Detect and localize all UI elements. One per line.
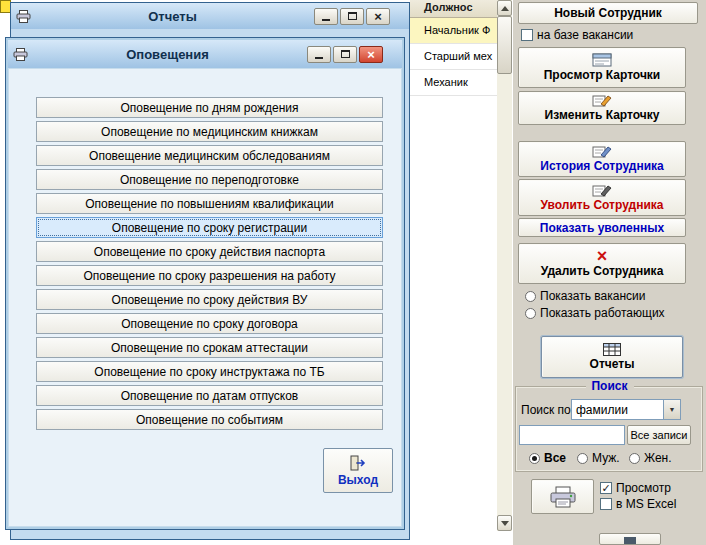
scroll-up-button[interactable] xyxy=(497,0,512,16)
alerts-window: Оповещения × Оповещение по дням рождения… xyxy=(5,37,405,530)
close-icon: × xyxy=(374,10,382,23)
close-button[interactable]: × xyxy=(366,8,390,25)
alert-item-events[interactable]: Оповещение по событиям xyxy=(36,409,383,430)
alert-item-vacations[interactable]: Оповещение по датам отпусков xyxy=(36,385,383,406)
preview-label: Просмотр xyxy=(616,481,671,495)
close-icon: × xyxy=(367,48,375,61)
print-button[interactable] xyxy=(531,479,594,514)
maximize-button[interactable] xyxy=(340,8,364,25)
exit-label: Выход xyxy=(338,473,378,487)
arrow-down-icon xyxy=(501,521,509,526)
gender-all-label: Все xyxy=(544,451,566,465)
edit-card-label: Изменить Карточку xyxy=(545,108,660,122)
history-button[interactable]: История Сотрудника xyxy=(518,141,686,177)
close-button[interactable]: × xyxy=(359,46,383,63)
radio-icon xyxy=(525,308,536,319)
maximize-icon xyxy=(341,50,350,58)
minimize-button[interactable] xyxy=(314,8,338,25)
view-card-button[interactable]: Просмотр Карточки xyxy=(518,47,686,88)
table-row[interactable]: Механик xyxy=(410,70,497,96)
table-scrollbar[interactable] xyxy=(497,0,512,531)
exit-icon xyxy=(349,455,367,471)
alert-item-driver-license[interactable]: Оповещение по сроку действия ВУ xyxy=(36,289,383,310)
app-screen: Должнос Начальник Ф Старший мех Механик … xyxy=(0,0,706,545)
minimize-button[interactable] xyxy=(307,46,331,63)
partial-icon xyxy=(624,537,636,545)
gender-female-label: Жен. xyxy=(644,451,672,465)
printer-icon xyxy=(13,48,28,61)
vacancy-base-checkbox[interactable]: на базе вакансии xyxy=(521,28,633,42)
alert-item-medical-exams[interactable]: Оповещение медицинским обследованиям xyxy=(36,145,383,166)
search-by-label: Поиск по xyxy=(521,403,571,417)
show-dismissed-label: Показать уволенных xyxy=(540,221,664,235)
show-vacancies-radio[interactable]: Показать вакансии xyxy=(525,289,645,303)
show-working-label: Показать работающих xyxy=(540,306,665,320)
reports-titlebar[interactable]: Отчеты × xyxy=(11,3,409,29)
preview-checkbox[interactable]: ✓ Просмотр xyxy=(600,481,671,495)
reports-button[interactable]: Отчеты xyxy=(541,336,683,378)
alert-item-medical-books[interactable]: Оповещение по медицинским книжкам xyxy=(36,121,383,142)
reports-icon xyxy=(603,343,621,356)
vacancy-base-label: на базе вакансии xyxy=(537,28,633,42)
reports-button-label: Отчеты xyxy=(590,357,635,371)
search-by-dropdown[interactable]: фамилии ▼ xyxy=(571,399,681,420)
gender-female-radio[interactable]: Жен. xyxy=(629,451,672,465)
alert-list: Оповещение по дням рождения Оповещение п… xyxy=(36,97,383,430)
scrollbar-thumb[interactable] xyxy=(497,16,512,74)
dismiss-icon xyxy=(592,184,612,197)
alert-item-qualification[interactable]: Оповещение по повышениям квалификации xyxy=(36,193,383,214)
excel-checkbox[interactable]: в MS Excel xyxy=(600,497,676,511)
alert-item-retraining[interactable]: Оповещение по переподготовке xyxy=(36,169,383,190)
radio-icon xyxy=(525,291,536,302)
alerts-titlebar[interactable]: Оповещения × xyxy=(8,40,402,68)
partial-bottom-button[interactable] xyxy=(599,533,661,545)
alert-item-contract[interactable]: Оповещение по сроку договора xyxy=(36,313,383,334)
alert-item-passport[interactable]: Оповещение по сроку действия паспорта xyxy=(36,241,383,262)
history-icon xyxy=(592,145,612,158)
edit-card-button[interactable]: Изменить Карточку xyxy=(518,91,686,125)
reports-window-title: Отчеты xyxy=(36,9,309,24)
printer-icon xyxy=(16,10,31,23)
column-header-position: Должнос xyxy=(410,0,497,18)
delete-employee-button[interactable]: × Удалить Сотрудника xyxy=(518,243,686,284)
all-records-button[interactable]: Все записи xyxy=(627,425,691,445)
new-employee-label: Новый Сотрудник xyxy=(554,6,662,20)
radio-icon xyxy=(577,453,588,464)
minimize-icon xyxy=(315,57,323,59)
search-input[interactable] xyxy=(519,425,625,445)
alert-item-birthdays[interactable]: Оповещение по дням рождения xyxy=(36,97,383,118)
scroll-down-button[interactable] xyxy=(497,515,512,531)
card-icon xyxy=(592,53,612,67)
checkbox-icon xyxy=(521,29,533,41)
edit-icon xyxy=(592,94,612,107)
show-vacancies-label: Показать вакансии xyxy=(540,289,645,303)
show-dismissed-button[interactable]: Показать уволенных xyxy=(518,218,686,237)
dismiss-button[interactable]: Уволить Сотрудника xyxy=(518,179,686,216)
history-label: История Сотрудника xyxy=(540,159,663,173)
chevron-down-icon: ▼ xyxy=(669,406,676,413)
dropdown-button[interactable]: ▼ xyxy=(663,400,680,419)
search-group-title: Поиск xyxy=(585,379,633,393)
exit-button[interactable]: Выход xyxy=(323,448,393,493)
arrow-up-icon xyxy=(501,6,509,11)
alert-item-registration[interactable]: Оповещение по сроку регистрации xyxy=(36,217,383,238)
view-card-label: Просмотр Карточки xyxy=(544,68,661,82)
alert-item-attestation[interactable]: Оповещение по срокам аттестации xyxy=(36,337,383,358)
printer-icon xyxy=(549,486,577,508)
alerts-window-title: Оповещения xyxy=(33,47,302,62)
right-panel: Новый Сотрудник на базе вакансии Просмот… xyxy=(512,0,706,545)
show-working-radio[interactable]: Показать работающих xyxy=(525,306,665,320)
new-employee-button[interactable]: Новый Сотрудник xyxy=(518,2,698,24)
employee-table: Должнос Начальник Ф Старший мех Механик xyxy=(410,0,497,545)
delete-employee-label: Удалить Сотрудника xyxy=(541,264,664,278)
maximize-button[interactable] xyxy=(333,46,357,63)
table-row[interactable]: Старший мех xyxy=(410,44,497,70)
alert-item-work-permit[interactable]: Оповещение по сроку разрешения на работу xyxy=(36,265,383,286)
gender-male-radio[interactable]: Муж. xyxy=(577,451,620,465)
table-row-selected[interactable]: Начальник Ф xyxy=(410,18,497,44)
excel-label: в MS Excel xyxy=(616,497,676,511)
alert-item-safety-briefing[interactable]: Оповещение по сроку инструктажа по ТБ xyxy=(36,361,383,382)
radio-selected-icon xyxy=(529,453,540,464)
gender-male-label: Муж. xyxy=(592,451,620,465)
gender-all-radio[interactable]: Все xyxy=(529,451,566,465)
